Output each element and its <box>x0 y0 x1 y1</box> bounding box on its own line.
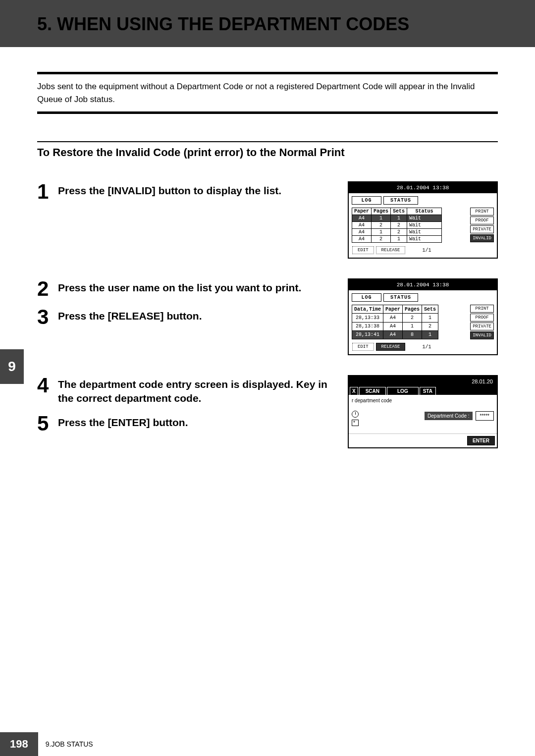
screenshot-2: 28.01.2004 13:38 LOG STATUS Data,Time Pa… <box>348 278 498 355</box>
scr2-datetime: 28.01.2004 13:38 <box>349 279 497 290</box>
scr3-tab-scan[interactable]: SCAN <box>359 387 386 395</box>
table-row[interactable]: 28,13:41 A4 8 1 <box>352 330 438 339</box>
scr2-table: Data,Time Paper Pages Sets 28,13:33 A4 2… <box>352 305 438 339</box>
step-4-text: The department code entry screen is disp… <box>58 375 338 406</box>
footer: 198 9.JOB STATUS <box>0 732 93 756</box>
scr2-h-pages: Pages <box>403 305 422 314</box>
scr1-page: 1/1 <box>422 248 431 253</box>
scr2-print-button[interactable]: PRINT <box>470 305 494 313</box>
scr1-proof-button[interactable]: PROOF <box>470 216 494 224</box>
rule-top <box>37 72 498 74</box>
scr1-edit-button[interactable]: EDIT <box>352 246 374 254</box>
step-45-row: 4 The department code entry screen is di… <box>37 375 498 448</box>
step-2-text: Press the user name on the list you want… <box>58 278 301 299</box>
footer-section: 9.JOB STATUS <box>38 740 93 748</box>
subsection-title: To Restore the Invalid Code (print error… <box>37 146 498 159</box>
scr2-tab-status[interactable]: STATUS <box>383 293 418 302</box>
scr1-h-status: Status <box>407 208 442 215</box>
step-1-left: 1 Press the [INVALID] button to display … <box>37 181 338 202</box>
scr3-prompt: r department code <box>352 398 494 403</box>
scr1-tab-status[interactable]: STATUS <box>383 196 418 205</box>
scr3-enter-button[interactable]: ENTER <box>467 436 495 445</box>
scr2-proof-button[interactable]: PROOF <box>470 314 494 322</box>
table-row[interactable]: 28,13:33 A4 2 1 <box>352 314 438 322</box>
scr2-tab-log[interactable]: LOG <box>352 293 381 302</box>
scr1-private-button[interactable]: PRIVATE <box>470 225 494 233</box>
scr1-h-pages: Pages <box>372 208 391 215</box>
footer-page-number: 198 <box>0 732 38 756</box>
scr1-h-paper: Paper <box>352 208 372 215</box>
table-row[interactable]: A4 2 2 Wait <box>352 222 442 229</box>
scr3-code-label: Department Code : <box>425 412 473 420</box>
intro-text: Jobs sent to the equipment without a Dep… <box>37 80 498 106</box>
step-4-left: 4 The department code entry screen is di… <box>37 375 338 406</box>
step-2-num: 2 <box>37 278 52 299</box>
scr2-edit-button[interactable]: EDIT <box>352 343 374 351</box>
step-1-row: 1 Press the [INVALID] button to display … <box>37 181 498 259</box>
scr3-code-value[interactable]: ***** <box>476 411 494 421</box>
scr1-datetime: 28.01.2004 13:38 <box>349 182 497 193</box>
content-area: Jobs sent to the equipment without a Dep… <box>0 47 535 448</box>
step-3-text: Press the [RELEASE] button. <box>58 307 202 327</box>
scr2-release-button[interactable]: RELEASE <box>376 343 406 351</box>
step-1-num: 1 <box>37 181 52 202</box>
scr3-datetime: 28.01.20 <box>349 376 497 387</box>
rule-bottom <box>37 111 498 114</box>
scr2-h-datetime: Data,Time <box>352 305 383 314</box>
screenshot-1: 28.01.2004 13:38 LOG STATUS Paper Pages … <box>348 181 498 259</box>
scr2-invalid-button[interactable]: INVALID <box>470 331 494 339</box>
step-5-text: Press the [ENTER] button. <box>58 413 188 434</box>
step-4-num: 4 <box>37 375 52 406</box>
screenshot-3: 28.01.20 X SCAN LOG STA r department cod… <box>348 375 498 448</box>
step-5-num: 5 <box>37 413 52 434</box>
scr2-private-button[interactable]: PRIVATE <box>470 323 494 330</box>
scr1-table: Paper Pages Sets Status A4 1 1 Wait <box>352 208 442 243</box>
scr1-release-button[interactable]: RELEASE <box>376 246 406 254</box>
step-2-left: 2 Press the user name on the list you wa… <box>37 278 338 299</box>
step-1-text: Press the [INVALID] button to display th… <box>58 181 281 202</box>
chapter-tab: 9 <box>0 349 24 384</box>
scr3-tab-x[interactable]: X <box>350 387 358 395</box>
table-row[interactable]: A4 1 2 Wait <box>352 229 442 236</box>
subsection-rule <box>37 141 498 142</box>
title-bar: 5. WHEN USING THE DEPARTMENT CODES <box>0 0 535 47</box>
step-3-num: 3 <box>37 307 52 327</box>
page-title: 5. WHEN USING THE DEPARTMENT CODES <box>37 14 409 35</box>
scr2-page: 1/1 <box>422 344 431 350</box>
scr2-h-paper: Paper <box>383 305 403 314</box>
step-23-row: 2 Press the user name on the list you wa… <box>37 278 498 355</box>
clock-icon <box>352 411 359 418</box>
table-row[interactable]: 28,13:38 A4 1 2 <box>352 322 438 330</box>
scr1-invalid-button[interactable]: INVALID <box>470 234 494 242</box>
table-row[interactable]: A4 1 1 Wait <box>352 215 442 222</box>
scr1-print-button[interactable]: PRINT <box>470 208 494 216</box>
scr1-tab-log[interactable]: LOG <box>352 196 381 205</box>
table-row[interactable]: A4 2 1 Wait <box>352 236 442 243</box>
step-5-left: 5 Press the [ENTER] button. <box>37 413 338 434</box>
scr2-h-sets: Sets <box>422 305 438 314</box>
scr3-tab-log[interactable]: LOG <box>387 387 419 395</box>
scr1-h-sets: Sets <box>391 208 407 215</box>
step-3-left: 3 Press the [RELEASE] button. <box>37 307 338 327</box>
scr3-tab-sta[interactable]: STA <box>420 387 436 395</box>
